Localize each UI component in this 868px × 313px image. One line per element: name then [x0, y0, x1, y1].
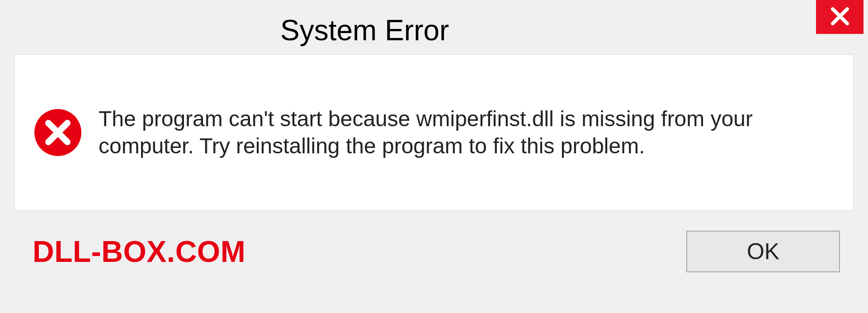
dialog-content: The program can't start because wmiperfi…: [14, 54, 854, 211]
close-icon: [830, 6, 850, 28]
close-button[interactable]: [816, 0, 863, 34]
error-message: The program can't start because wmiperfi…: [99, 105, 799, 160]
dialog-footer: DLL-BOX.COM OK: [14, 211, 854, 292]
ok-button[interactable]: OK: [686, 231, 840, 272]
window-title: System Error: [280, 14, 449, 47]
error-icon: [33, 108, 83, 157]
watermark-text: DLL-BOX.COM: [33, 234, 245, 269]
titlebar: System Error: [0, 0, 868, 54]
